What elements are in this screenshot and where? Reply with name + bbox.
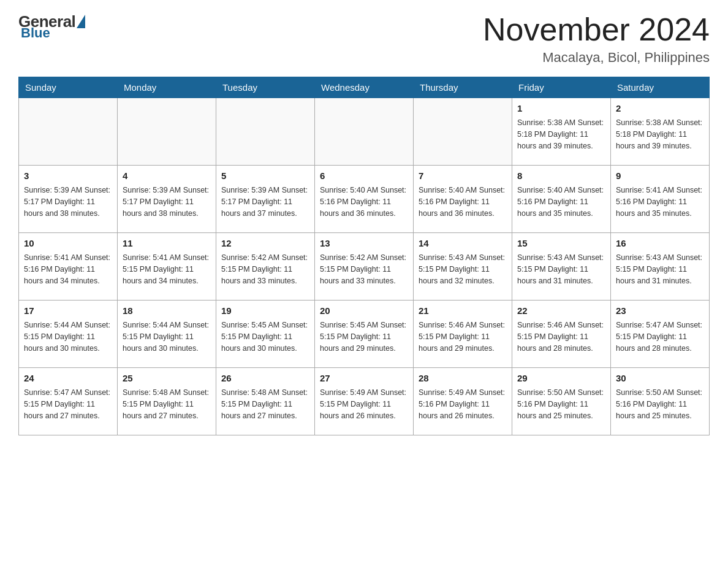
logo-blue-text: Blue (21, 25, 50, 41)
calendar-cell: 23Sunrise: 5:47 AM Sunset: 5:15 PM Dayli… (611, 301, 710, 368)
calendar-cell: 5Sunrise: 5:39 AM Sunset: 5:17 PM Daylig… (216, 166, 315, 233)
month-title: November 2024 (483, 12, 710, 47)
day-info: Sunrise: 5:47 AM Sunset: 5:15 PM Dayligh… (616, 320, 704, 355)
day-info: Sunrise: 5:43 AM Sunset: 5:15 PM Dayligh… (419, 252, 507, 288)
calendar-cell: 11Sunrise: 5:41 AM Sunset: 5:15 PM Dayli… (118, 233, 216, 301)
calendar-cell: 3Sunrise: 5:39 AM Sunset: 5:17 PM Daylig… (19, 166, 118, 233)
page-header: General Blue November 2024 Macalaya, Bic… (18, 12, 710, 66)
calendar-cell (216, 98, 315, 166)
calendar-cell: 13Sunrise: 5:42 AM Sunset: 5:15 PM Dayli… (315, 233, 414, 301)
calendar-cell: 16Sunrise: 5:43 AM Sunset: 5:15 PM Dayli… (611, 233, 710, 301)
day-info: Sunrise: 5:46 AM Sunset: 5:15 PM Dayligh… (517, 320, 605, 355)
day-info: Sunrise: 5:40 AM Sunset: 5:16 PM Dayligh… (419, 185, 507, 220)
day-number: 29 (517, 372, 605, 386)
day-number: 3 (24, 169, 112, 183)
day-number: 20 (320, 304, 408, 318)
day-number: 6 (320, 169, 408, 183)
calendar-cell: 9Sunrise: 5:41 AM Sunset: 5:16 PM Daylig… (611, 166, 710, 233)
calendar-cell (414, 98, 512, 166)
day-number: 12 (221, 237, 309, 251)
calendar-cell (19, 98, 118, 166)
day-number: 5 (221, 169, 309, 183)
day-number: 21 (419, 304, 507, 318)
day-info: Sunrise: 5:48 AM Sunset: 5:15 PM Dayligh… (123, 387, 211, 423)
day-info: Sunrise: 5:38 AM Sunset: 5:18 PM Dayligh… (616, 117, 704, 153)
day-info: Sunrise: 5:49 AM Sunset: 5:16 PM Dayligh… (419, 387, 507, 423)
day-info: Sunrise: 5:39 AM Sunset: 5:17 PM Dayligh… (123, 185, 211, 220)
calendar-cell: 4Sunrise: 5:39 AM Sunset: 5:17 PM Daylig… (118, 166, 216, 233)
day-number: 13 (320, 237, 408, 251)
day-number: 10 (24, 237, 112, 251)
calendar-cell: 28Sunrise: 5:49 AM Sunset: 5:16 PM Dayli… (414, 368, 512, 435)
day-number: 25 (123, 372, 211, 386)
day-info: Sunrise: 5:38 AM Sunset: 5:18 PM Dayligh… (517, 117, 605, 153)
day-number: 9 (616, 169, 704, 183)
calendar-cell: 30Sunrise: 5:50 AM Sunset: 5:16 PM Dayli… (611, 368, 710, 435)
day-info: Sunrise: 5:50 AM Sunset: 5:16 PM Dayligh… (616, 387, 704, 423)
weekday-header-friday: Friday (512, 77, 611, 98)
day-info: Sunrise: 5:44 AM Sunset: 5:15 PM Dayligh… (123, 320, 211, 355)
calendar-cell (118, 98, 216, 166)
day-number: 22 (517, 304, 605, 318)
calendar-cell: 10Sunrise: 5:41 AM Sunset: 5:16 PM Dayli… (19, 233, 118, 301)
day-number: 27 (320, 372, 408, 386)
day-info: Sunrise: 5:41 AM Sunset: 5:16 PM Dayligh… (24, 252, 112, 288)
day-info: Sunrise: 5:44 AM Sunset: 5:15 PM Dayligh… (24, 320, 112, 355)
day-number: 16 (616, 237, 704, 251)
calendar-cell: 18Sunrise: 5:44 AM Sunset: 5:15 PM Dayli… (118, 301, 216, 368)
calendar-week-4: 17Sunrise: 5:44 AM Sunset: 5:15 PM Dayli… (19, 301, 710, 368)
location-title: Macalaya, Bicol, Philippines (483, 50, 710, 66)
day-number: 7 (419, 169, 507, 183)
calendar-cell: 27Sunrise: 5:49 AM Sunset: 5:15 PM Dayli… (315, 368, 414, 435)
day-number: 14 (419, 237, 507, 251)
calendar-cell: 20Sunrise: 5:45 AM Sunset: 5:15 PM Dayli… (315, 301, 414, 368)
day-info: Sunrise: 5:48 AM Sunset: 5:15 PM Dayligh… (221, 387, 309, 423)
calendar-cell: 24Sunrise: 5:47 AM Sunset: 5:15 PM Dayli… (19, 368, 118, 435)
day-info: Sunrise: 5:41 AM Sunset: 5:16 PM Dayligh… (616, 185, 704, 220)
day-info: Sunrise: 5:50 AM Sunset: 5:16 PM Dayligh… (517, 387, 605, 423)
day-info: Sunrise: 5:42 AM Sunset: 5:15 PM Dayligh… (320, 252, 408, 288)
day-number: 15 (517, 237, 605, 251)
calendar-cell: 22Sunrise: 5:46 AM Sunset: 5:15 PM Dayli… (512, 301, 611, 368)
day-info: Sunrise: 5:43 AM Sunset: 5:15 PM Dayligh… (616, 252, 704, 288)
calendar-table: SundayMondayTuesdayWednesdayThursdayFrid… (18, 77, 710, 435)
day-number: 18 (123, 304, 211, 318)
weekday-header-saturday: Saturday (611, 77, 710, 98)
weekday-header-monday: Monday (118, 77, 216, 98)
day-number: 11 (123, 237, 211, 251)
calendar-cell: 15Sunrise: 5:43 AM Sunset: 5:15 PM Dayli… (512, 233, 611, 301)
calendar-header-row: SundayMondayTuesdayWednesdayThursdayFrid… (19, 77, 710, 98)
calendar-cell: 12Sunrise: 5:42 AM Sunset: 5:15 PM Dayli… (216, 233, 315, 301)
day-number: 4 (123, 169, 211, 183)
calendar-cell: 6Sunrise: 5:40 AM Sunset: 5:16 PM Daylig… (315, 166, 414, 233)
day-info: Sunrise: 5:40 AM Sunset: 5:16 PM Dayligh… (517, 185, 605, 220)
calendar-cell: 21Sunrise: 5:46 AM Sunset: 5:15 PM Dayli… (414, 301, 512, 368)
day-number: 17 (24, 304, 112, 318)
calendar-cell: 17Sunrise: 5:44 AM Sunset: 5:15 PM Dayli… (19, 301, 118, 368)
day-number: 28 (419, 372, 507, 386)
calendar-cell: 26Sunrise: 5:48 AM Sunset: 5:15 PM Dayli… (216, 368, 315, 435)
weekday-header-sunday: Sunday (19, 77, 118, 98)
weekday-header-tuesday: Tuesday (216, 77, 315, 98)
calendar-cell: 25Sunrise: 5:48 AM Sunset: 5:15 PM Dayli… (118, 368, 216, 435)
calendar-cell: 7Sunrise: 5:40 AM Sunset: 5:16 PM Daylig… (414, 166, 512, 233)
day-number: 8 (517, 169, 605, 183)
calendar-week-2: 3Sunrise: 5:39 AM Sunset: 5:17 PM Daylig… (19, 166, 710, 233)
day-number: 19 (221, 304, 309, 318)
day-info: Sunrise: 5:43 AM Sunset: 5:15 PM Dayligh… (517, 252, 605, 288)
calendar-cell: 19Sunrise: 5:45 AM Sunset: 5:15 PM Dayli… (216, 301, 315, 368)
day-info: Sunrise: 5:41 AM Sunset: 5:15 PM Dayligh… (123, 252, 211, 288)
title-block: November 2024 Macalaya, Bicol, Philippin… (483, 12, 710, 66)
day-number: 1 (517, 102, 605, 116)
day-info: Sunrise: 5:42 AM Sunset: 5:15 PM Dayligh… (221, 252, 309, 288)
calendar-week-3: 10Sunrise: 5:41 AM Sunset: 5:16 PM Dayli… (19, 233, 710, 301)
calendar-cell (315, 98, 414, 166)
day-info: Sunrise: 5:45 AM Sunset: 5:15 PM Dayligh… (320, 320, 408, 355)
calendar-week-5: 24Sunrise: 5:47 AM Sunset: 5:15 PM Dayli… (19, 368, 710, 435)
calendar-cell: 14Sunrise: 5:43 AM Sunset: 5:15 PM Dayli… (414, 233, 512, 301)
weekday-header-thursday: Thursday (414, 77, 512, 98)
day-info: Sunrise: 5:46 AM Sunset: 5:15 PM Dayligh… (419, 320, 507, 355)
calendar-cell: 8Sunrise: 5:40 AM Sunset: 5:16 PM Daylig… (512, 166, 611, 233)
calendar-week-1: 1Sunrise: 5:38 AM Sunset: 5:18 PM Daylig… (19, 98, 710, 166)
day-info: Sunrise: 5:47 AM Sunset: 5:15 PM Dayligh… (24, 387, 112, 423)
